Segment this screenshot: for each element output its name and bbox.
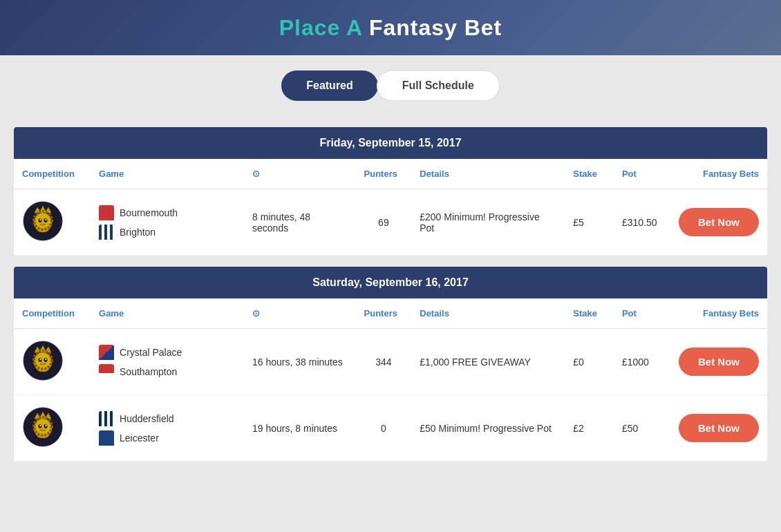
pot-cell-2: £1000 xyxy=(614,329,670,395)
th-fantasy-bets-1: Fantasy Bets xyxy=(670,159,767,189)
premier-league-logo-1 xyxy=(22,200,64,242)
team-cell-3: Huddersfield Leicester xyxy=(99,411,236,446)
th-details-1: Details xyxy=(411,159,565,189)
team-name-huddersfield: Huddersfield xyxy=(120,413,174,424)
time-cell-1: 8 minutes, 48 seconds xyxy=(244,189,355,256)
time-cell-2: 16 hours, 38 minutes xyxy=(244,329,355,395)
bet-table-saturday: Competition Game ⊙ Punters Details Stake… xyxy=(14,298,767,462)
section-wrapper-friday: Competition Game ⊙ Punters Details Stake… xyxy=(14,159,767,256)
th-details-2: Details xyxy=(411,298,565,329)
premier-league-logo-2 xyxy=(22,340,64,381)
svg-point-8 xyxy=(41,223,44,225)
title-accent: Place A xyxy=(279,15,362,40)
th-game-2: Game xyxy=(91,298,244,329)
th-punters-2: Punters xyxy=(356,298,412,329)
table-row: Bournemouth Brighton 8 minutes, 48 secon… xyxy=(14,189,767,256)
bet-now-cell-2: Bet Now xyxy=(670,329,767,395)
team-name-bournemouth: Bournemouth xyxy=(120,207,178,218)
team-cell-2: Crystal Palace Southampton xyxy=(99,345,236,379)
date-header-saturday: Saturday, September 16, 2017 xyxy=(14,267,767,298)
table-row: Crystal Palace Southampton 16 hours, 38 … xyxy=(14,329,767,395)
date-header-friday: Friday, September 15, 2017 xyxy=(14,127,767,159)
svg-point-26 xyxy=(41,429,44,431)
competition-logo-cell-3 xyxy=(14,395,91,462)
main-content: Friday, September 15, 2017 Competition G… xyxy=(0,127,781,488)
th-competition-2: Competition xyxy=(14,298,91,329)
th-pot-2: Pot xyxy=(614,298,670,329)
time-cell-3: 19 hours, 8 minutes xyxy=(244,395,355,462)
th-competition-1: Competition xyxy=(14,159,91,189)
tab-full-schedule[interactable]: Full Schedule xyxy=(377,70,500,101)
team-row-home-3: Huddersfield xyxy=(99,411,236,426)
svg-point-24 xyxy=(40,425,41,426)
premier-league-logo-3 xyxy=(22,406,64,448)
th-fantasy-bets-2: Fantasy Bets xyxy=(670,298,767,329)
team-name-southampton: Southampton xyxy=(120,366,177,377)
bet-now-button-2[interactable]: Bet Now xyxy=(679,348,759,376)
details-cell-1: £200 Minimum! Progressive Pot xyxy=(411,189,565,256)
title-normal: Fantasy Bet xyxy=(369,15,502,40)
th-punters-1: Punters xyxy=(356,159,412,189)
bet-now-button-1[interactable]: Bet Now xyxy=(679,208,759,236)
stake-cell-2: £0 xyxy=(565,329,614,395)
shirt-crystal-palace-icon xyxy=(99,345,114,360)
th-pot-1: Pot xyxy=(614,159,670,189)
header: Place A Fantasy Bet xyxy=(0,0,781,55)
punters-cell-3: 0 xyxy=(356,395,412,462)
team-cell-1: Bournemouth Brighton xyxy=(99,205,236,240)
section-wrapper-saturday: Competition Game ⊙ Punters Details Stake… xyxy=(14,298,767,462)
details-cell-2: £1,000 FREE GIVEAWAY xyxy=(411,329,565,395)
stake-cell-1: £5 xyxy=(565,189,614,256)
th-game-1: Game xyxy=(91,159,244,189)
section-saturday: Saturday, September 16, 2017 Competition… xyxy=(14,267,767,462)
team-name-brighton: Brighton xyxy=(120,227,156,238)
punters-cell-2: 344 xyxy=(356,329,412,395)
game-cell-3: Huddersfield Leicester xyxy=(91,395,244,462)
shirt-brighton-icon xyxy=(99,225,114,240)
team-name-crystal-palace: Crystal Palace xyxy=(120,347,182,358)
pot-cell-1: £310.50 xyxy=(614,189,670,256)
bet-now-cell-1: Bet Now xyxy=(670,189,767,256)
punters-cell-1: 69 xyxy=(356,189,412,256)
stake-cell-3: £2 xyxy=(565,395,614,462)
svg-point-15 xyxy=(40,359,41,360)
svg-point-17 xyxy=(41,363,44,365)
svg-point-25 xyxy=(46,425,47,426)
shirt-southampton-icon xyxy=(99,364,114,379)
game-cell-2: Crystal Palace Southampton xyxy=(91,329,244,395)
bet-table-friday: Competition Game ⊙ Punters Details Stake… xyxy=(14,159,767,256)
svg-point-16 xyxy=(46,359,47,360)
svg-point-7 xyxy=(46,219,47,220)
page-title: Place A Fantasy Bet xyxy=(279,15,502,41)
table-header-friday: Competition Game ⊙ Punters Details Stake… xyxy=(14,159,767,189)
table-header-saturday: Competition Game ⊙ Punters Details Stake… xyxy=(14,298,767,329)
team-row-home-2: Crystal Palace xyxy=(99,345,236,360)
tab-featured[interactable]: Featured xyxy=(281,70,378,101)
table-row: Huddersfield Leicester 19 hours, 8 minut… xyxy=(14,395,767,462)
team-row-away-3: Leicester xyxy=(99,430,236,446)
th-punters-icon-2: ⊙ xyxy=(244,298,355,329)
game-cell-1: Bournemouth Brighton xyxy=(91,189,244,256)
pot-cell-3: £50 xyxy=(614,395,670,462)
svg-point-6 xyxy=(40,219,41,220)
details-cell-3: £50 Minimum! Progressive Pot xyxy=(411,395,565,462)
team-row-away-2: Southampton xyxy=(99,364,236,379)
team-row-home-1: Bournemouth xyxy=(99,205,236,220)
team-name-leicester: Leicester xyxy=(120,433,159,444)
bet-now-cell-3: Bet Now xyxy=(670,395,767,462)
competition-logo-cell-1 xyxy=(14,189,91,256)
th-stake-1: Stake xyxy=(565,159,614,189)
competition-logo-cell-2 xyxy=(14,329,91,395)
shirt-huddersfield-icon xyxy=(99,411,114,426)
tab-bar: Featured Full Schedule xyxy=(0,55,781,116)
section-friday: Friday, September 15, 2017 Competition G… xyxy=(14,127,767,256)
th-stake-2: Stake xyxy=(565,298,614,329)
team-row-away-1: Brighton xyxy=(99,225,236,240)
shirt-bournemouth-icon xyxy=(99,205,114,220)
bet-now-button-3[interactable]: Bet Now xyxy=(679,414,759,442)
shirt-leicester-icon xyxy=(99,430,114,446)
th-punters-icon-1: ⊙ xyxy=(244,159,355,189)
